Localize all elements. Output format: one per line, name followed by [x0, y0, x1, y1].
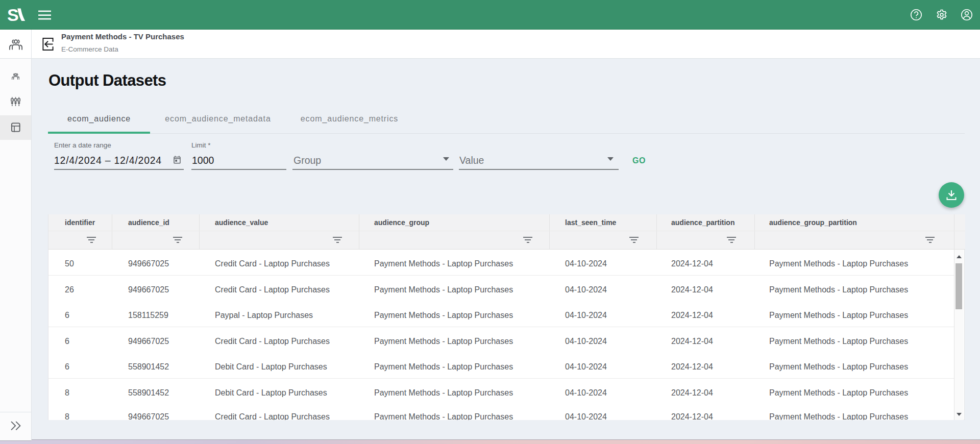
svg-text:S: S	[7, 7, 19, 22]
